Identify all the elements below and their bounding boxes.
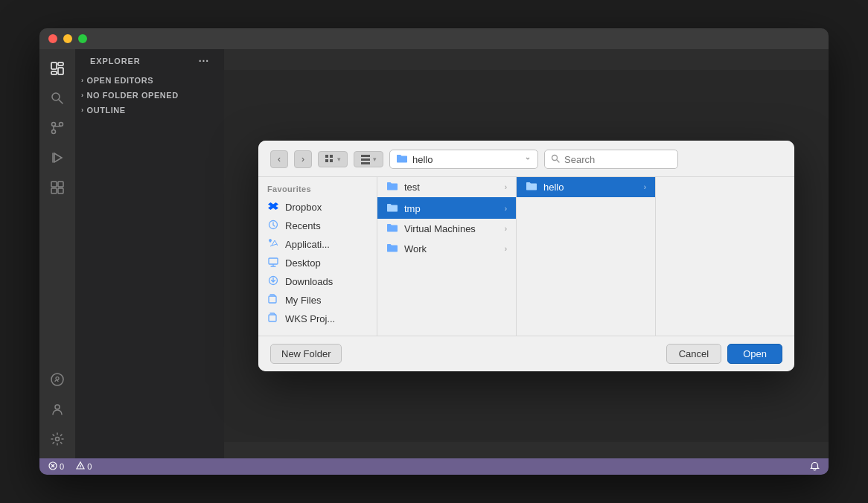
svg-rect-21 — [330, 159, 333, 162]
cancel-button[interactable]: Cancel — [666, 344, 721, 364]
file-item-tmp[interactable]: tmp › — [377, 199, 516, 219]
warning-icon — [76, 461, 85, 472]
title-bar — [39, 28, 829, 49]
svg-line-26 — [557, 159, 559, 161]
svg-point-17 — [56, 438, 60, 441]
svg-rect-1 — [58, 63, 63, 65]
svg-point-8 — [60, 123, 63, 126]
account-activity-icon[interactable] — [44, 396, 71, 423]
fav-recents[interactable]: Recents — [258, 217, 377, 235]
myfiles-icon — [267, 294, 279, 307]
status-bar-right — [807, 458, 823, 475]
folder-icon — [386, 243, 398, 255]
outline-label: OUTLINE — [87, 106, 126, 115]
view-toggle-list: ▾ — [318, 151, 348, 167]
open-editors-header[interactable]: › OPEN EDITORS — [75, 74, 224, 86]
extensions-activity-icon[interactable] — [44, 174, 71, 201]
source-control-activity-icon[interactable] — [44, 115, 71, 141]
forward-button[interactable]: › — [294, 150, 312, 168]
svg-rect-23 — [361, 158, 370, 161]
recents-icon — [267, 220, 279, 232]
favorites-panel: Favourites Dropbox — [258, 177, 377, 336]
open-editors-label: OPEN EDITORS — [87, 76, 154, 85]
maximize-button[interactable] — [78, 34, 87, 43]
fav-dropbox[interactable]: Dropbox — [258, 198, 377, 217]
file-name-test: test — [404, 182, 499, 193]
dropbox-icon — [267, 201, 279, 214]
search-icon — [551, 154, 560, 165]
chevron-right-icon: › — [505, 245, 507, 253]
svg-rect-0 — [51, 63, 57, 69]
explorer-title: EXPLORER — [90, 57, 141, 65]
file-item-vms[interactable]: Virtual Machines › — [377, 219, 516, 239]
file-name-work: Work — [404, 243, 499, 254]
chevron-icon: › — [81, 77, 84, 84]
fav-dropbox-label: Dropbox — [285, 202, 322, 213]
minimize-button[interactable] — [63, 34, 72, 43]
dialog-footer: New Folder Cancel Open — [258, 336, 794, 371]
svg-point-16 — [55, 405, 60, 409]
open-button[interactable]: Open — [727, 344, 782, 364]
svg-rect-33 — [269, 315, 276, 321]
fav-desktop-label: Desktop — [285, 257, 321, 269]
desktop-icon — [267, 257, 279, 269]
bell-button[interactable] — [807, 458, 823, 475]
fav-wks[interactable]: WKS Proj... — [258, 310, 377, 328]
svg-rect-18 — [325, 155, 328, 158]
search-activity-icon[interactable] — [44, 85, 71, 112]
svg-rect-3 — [51, 71, 57, 74]
svg-rect-2 — [58, 68, 63, 74]
svg-rect-28 — [269, 258, 278, 264]
file-item-test[interactable]: test › — [377, 177, 516, 197]
grid-view-button[interactable]: ▾ — [354, 152, 383, 167]
fav-myfiles[interactable]: My Files — [258, 291, 377, 310]
dialog-actions: Cancel Open — [666, 344, 782, 364]
chevron-icon: › — [81, 92, 84, 99]
fav-desktop[interactable]: Desktop — [258, 254, 377, 272]
outline-header[interactable]: › OUTLINE — [75, 104, 224, 116]
svg-rect-22 — [361, 155, 370, 157]
error-icon — [48, 461, 57, 472]
downloads-icon — [267, 275, 279, 288]
new-folder-button[interactable]: New Folder — [270, 344, 342, 364]
folder-icon — [386, 222, 398, 235]
explorer-activity-icon[interactable] — [44, 55, 71, 82]
search-input[interactable] — [564, 154, 671, 165]
settings-activity-icon[interactable] — [44, 426, 71, 452]
file-item-work[interactable]: Work › — [377, 239, 516, 259]
chevron-right-icon: › — [505, 183, 507, 191]
errors-indicator[interactable]: 0 — [45, 458, 67, 475]
run-activity-icon[interactable] — [44, 144, 71, 171]
svg-point-7 — [52, 130, 56, 134]
warnings-indicator[interactable]: 0 — [73, 458, 95, 475]
path-selector[interactable]: hello — [389, 150, 538, 169]
file-pane-2: hello › — [517, 177, 656, 336]
github-activity-icon[interactable] — [44, 366, 71, 393]
dialog-toolbar: ‹ › — [258, 141, 794, 177]
file-panes: test › — [377, 177, 794, 336]
status-bar: 0 0 — [39, 458, 829, 475]
fav-myfiles-label: My Files — [285, 295, 321, 306]
editor-area: Open File or Folder ⌘ O Open Recent ⌃ R … — [224, 49, 829, 458]
svg-rect-13 — [51, 188, 57, 193]
no-folder-header[interactable]: › NO FOLDER OPENED — [75, 89, 224, 101]
file-item-hello[interactable]: hello › — [517, 177, 655, 197]
sidebar-section-folder: › NO FOLDER OPENED — [75, 88, 224, 103]
bell-icon — [810, 461, 820, 472]
status-bar-left: 0 0 — [45, 458, 95, 475]
fav-applications[interactable]: Applicati... — [258, 235, 377, 254]
svg-rect-14 — [58, 188, 63, 193]
file-name-hello: hello — [543, 182, 638, 193]
file-name-tmp: tmp — [404, 203, 499, 214]
back-button[interactable]: ‹ — [270, 150, 288, 168]
list-view-button[interactable]: ▾ — [319, 152, 347, 167]
chevron-right-icon: › — [505, 205, 507, 213]
folder-icon — [386, 202, 398, 215]
path-chevron-icon — [524, 155, 532, 164]
file-pane-1: test › — [377, 177, 517, 336]
applications-icon — [267, 238, 279, 251]
fav-downloads[interactable]: Downloads — [258, 272, 377, 291]
close-button[interactable] — [48, 34, 57, 43]
no-folder-label: NO FOLDER OPENED — [87, 91, 179, 100]
sidebar-more-button[interactable]: ··· — [199, 55, 209, 67]
